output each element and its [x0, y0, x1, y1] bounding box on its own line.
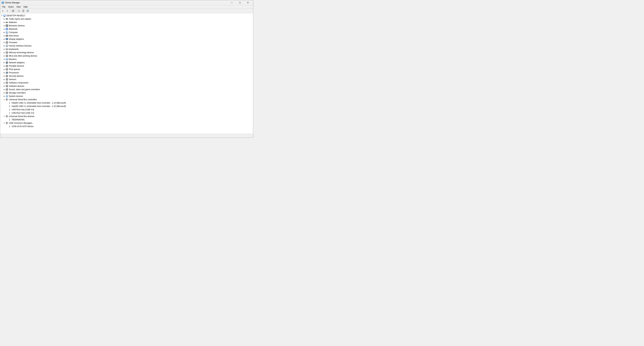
svg-rect-99: [6, 97, 8, 97]
list-item[interactable]: ▶ Software components: [0, 81, 253, 85]
list-item[interactable]: ▶ Computer: [0, 31, 253, 34]
list-item[interactable]: ▶ Mice and other pointing devices: [0, 54, 253, 58]
expander[interactable]: ▶: [3, 65, 6, 67]
menu-action[interactable]: Action: [7, 5, 15, 9]
svg-rect-60: [6, 55, 8, 57]
expander[interactable]: ▶: [3, 81, 6, 84]
list-item[interactable]: ▶ Network adapters: [0, 61, 253, 64]
help-button[interactable]: ?: [17, 9, 21, 13]
list-item[interactable]: ▶ Portable Devices: [0, 64, 253, 68]
expander[interactable]: ▶: [3, 45, 6, 47]
expander[interactable]: ▼: [3, 98, 6, 101]
list-item[interactable]: ▶ Print queues: [0, 68, 253, 71]
expander[interactable]: ▶: [3, 48, 6, 51]
list-item[interactable]: ▶ Bluetooth: [0, 27, 253, 31]
title-bar: Device Manager — ☐ ✕: [0, 0, 253, 5]
expander[interactable]: ▶: [3, 71, 6, 74]
list-item[interactable]: ▶ Software devices: [0, 85, 253, 88]
list-item[interactable]: ▶ Security devices: [0, 74, 253, 78]
list-item[interactable]: Intel(R) USB 3.1 eXtensible Host Control…: [0, 101, 253, 105]
expander[interactable]: ▶: [3, 85, 6, 88]
expander[interactable]: ▶: [3, 38, 6, 41]
list-item[interactable]: ▶ Monitors: [0, 58, 253, 61]
menu-view[interactable]: View: [15, 5, 22, 9]
forward-button[interactable]: [5, 9, 9, 13]
expander[interactable]: ▶: [3, 31, 6, 34]
expander[interactable]: ▶: [3, 24, 6, 27]
list-item[interactable]: ▶ Keyboards: [0, 48, 253, 51]
expander[interactable]: ▶: [3, 28, 6, 30]
menu-help[interactable]: Help: [22, 5, 29, 9]
expander[interactable]: ▶: [3, 88, 6, 91]
svg-rect-70: [6, 69, 8, 70]
expander[interactable]: ▶: [3, 95, 6, 98]
list-item[interactable]: ▼ USB USB Connector Managers: [0, 121, 253, 125]
usb-device-icon: [8, 118, 11, 121]
list-item[interactable]: Intel(R) USB 3.1 eXtensible Host Control…: [0, 105, 253, 108]
list-item[interactable]: ▶ Biometric devices: [0, 24, 253, 27]
list-item[interactable]: ▶ Batteries: [0, 21, 253, 24]
usb-connector-icon: USB: [6, 122, 8, 124]
expander[interactable]: ▶: [3, 55, 6, 57]
menu-file[interactable]: File: [1, 5, 7, 9]
root-label: DESKTOP-9G42E17: [6, 15, 25, 17]
expander-spacer: [6, 105, 8, 108]
list-item[interactable]: ▼ USB Universal Serial Bus controllers: [0, 98, 253, 101]
expander[interactable]: ▼: [3, 115, 6, 118]
list-item[interactable]: UCM-UCSI ACPI Device: [0, 125, 253, 128]
list-item[interactable]: ▼ USB Universal Serial Bus devices: [0, 115, 253, 118]
list-item[interactable]: ▶ Audio inputs and outputs: [0, 17, 253, 21]
expander[interactable]: ▶: [3, 18, 6, 20]
expander[interactable]: ▶: [3, 75, 6, 77]
expander[interactable]: ▶: [3, 78, 6, 81]
list-item[interactable]: TB3DKM2HDL: [0, 118, 253, 121]
list-item[interactable]: ▶ Storage controllers: [0, 91, 253, 95]
expander-spacer: [6, 108, 8, 111]
usb-device-icon: [8, 108, 11, 111]
close-button[interactable]: ✕: [244, 0, 252, 5]
minimize-button[interactable]: —: [228, 0, 236, 5]
item-label: Audio inputs and outputs: [9, 18, 31, 20]
expander[interactable]: ▶: [3, 61, 6, 64]
list-item[interactable]: ▶ System devices: [0, 95, 253, 98]
maximize-button[interactable]: ☐: [236, 0, 244, 5]
list-item[interactable]: ▶ Sensors: [0, 78, 253, 81]
item-label: Firmware: [9, 41, 17, 44]
item-label: Sound, video and game controllers: [9, 88, 40, 91]
root-expander[interactable]: ▼: [0, 14, 3, 17]
item-label: Human Interface Devices: [9, 45, 32, 47]
list-item[interactable]: ▶ Proces: [0, 71, 253, 74]
list-item[interactable]: ▶ Sound, video and game controllers: [0, 88, 253, 91]
svg-text:?: ?: [18, 10, 20, 12]
expander[interactable]: ▶: [3, 58, 6, 61]
tree-root[interactable]: ▼ DESKTOP-9G42E17: [0, 14, 253, 17]
svg-rect-52: [6, 49, 7, 49]
list-item[interactable]: ▶ Display adaptors: [0, 38, 253, 41]
svg-rect-50: [6, 49, 8, 50]
list-item[interactable]: USB Root Hub (USB 3.0): [0, 111, 253, 115]
item-label: Memory technology devices: [9, 51, 34, 54]
expander[interactable]: ▶: [3, 35, 6, 37]
menu-bar: File Action View Help: [0, 5, 253, 9]
expander[interactable]: ▶: [3, 21, 6, 24]
item-label: Print queues: [9, 68, 20, 71]
expander[interactable]: ▶: [3, 41, 6, 44]
list-item[interactable]: ▶ Memory technology devices: [0, 51, 253, 54]
expander-spacer: [6, 118, 8, 121]
list-item[interactable]: ▶ Human Interface Devices: [0, 44, 253, 48]
expander[interactable]: ▶: [3, 51, 6, 54]
svg-rect-64: [6, 60, 8, 60]
expander[interactable]: ▼: [3, 122, 6, 124]
show-hide-button[interactable]: [11, 9, 15, 13]
svg-rect-86: [6, 75, 8, 77]
back-button[interactable]: [1, 9, 5, 13]
expander[interactable]: ▶: [3, 92, 6, 94]
window-title: Device Manager: [5, 2, 228, 4]
expander[interactable]: ▶: [3, 68, 6, 71]
list-item[interactable]: ▶ Firmware: [0, 41, 253, 44]
list-item[interactable]: ▶ Disk drives: [0, 34, 253, 38]
monitor-button[interactable]: [26, 9, 30, 13]
svg-rect-88: [6, 79, 8, 80]
list-item[interactable]: USB Root Hub (USB 3.0): [0, 108, 253, 111]
properties-button[interactable]: [21, 9, 25, 13]
